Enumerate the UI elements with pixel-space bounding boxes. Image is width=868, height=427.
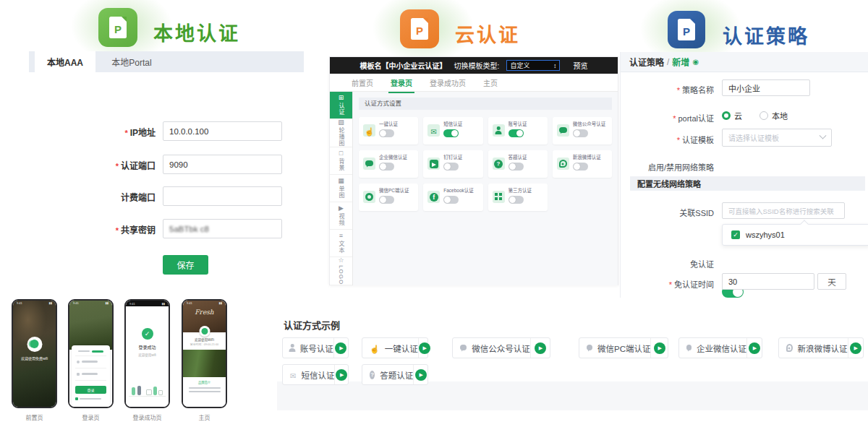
wechat-official-toggle[interactable] bbox=[573, 129, 588, 137]
tab-local-portal[interactable]: 本地Portal bbox=[95, 51, 168, 72]
example-weibo-auth[interactable]: 新浪微博认证 ▶ bbox=[778, 337, 864, 358]
template-type-select[interactable]: 自定义 ↕ bbox=[506, 60, 560, 71]
play-icon[interactable]: ▶ bbox=[535, 342, 546, 354]
play-icon[interactable]: ▶ bbox=[335, 342, 346, 354]
dingtalk-toggle[interactable] bbox=[443, 163, 459, 171]
sidebar-item-auth[interactable]: ⊞ 认证 bbox=[330, 92, 352, 119]
sidebar-item-logo[interactable]: ☆ LOGO bbox=[330, 257, 352, 285]
sidebar-item-video[interactable]: ▶ 视频 bbox=[330, 202, 352, 230]
phone-home-page: 9:41▮▮ Fresh 欢迎使用WiFi 营业时间：09:00-21:00 品… bbox=[182, 299, 227, 408]
cloud-auth-icon: P bbox=[400, 9, 439, 48]
template-topbar: 模板名【中小企业云认证】 切换模板类型: 自定义 ↕ 预览 bbox=[330, 57, 618, 74]
example-wechat-pc-auth[interactable]: 微信PC端认证 ▶ bbox=[579, 337, 668, 358]
phone-caption: 登录页 bbox=[68, 413, 114, 421]
example-account-auth[interactable]: 账号认证 ▶ bbox=[282, 337, 349, 358]
portal-radio-cloud[interactable]: 云 bbox=[722, 110, 742, 121]
local-tabbar: 本地AAA 本地Portal bbox=[29, 51, 304, 72]
required-star: * bbox=[116, 162, 119, 171]
brand-logo-icon bbox=[201, 328, 208, 335]
weibo-toggle[interactable] bbox=[573, 163, 588, 171]
tab-login-page[interactable]: 登录页 bbox=[391, 77, 412, 88]
password-field[interactable] bbox=[75, 368, 106, 381]
login-tabs[interactable] bbox=[75, 349, 106, 356]
template-name: 模板名【中小企业云认证】 bbox=[360, 60, 447, 71]
wecom-toggle[interactable] bbox=[379, 163, 394, 171]
auth-template-label: 认证模板 bbox=[682, 136, 714, 145]
ssid-option[interactable]: wszyhys01 bbox=[746, 230, 785, 239]
play-icon[interactable]: ▶ bbox=[419, 342, 430, 354]
wechat-icon bbox=[460, 345, 467, 352]
checkbox-icon bbox=[75, 397, 78, 400]
breadcrumb-root[interactable]: 认证策略 bbox=[629, 56, 664, 68]
wechat-pc-toggle[interactable] bbox=[379, 196, 394, 204]
logo-circle bbox=[199, 326, 210, 337]
preview-button[interactable]: 预览 bbox=[573, 60, 587, 71]
sidebar-item-carousel[interactable]: ▧ 轮播图 bbox=[330, 119, 352, 147]
user-icon bbox=[493, 124, 505, 137]
free-time-unit[interactable]: 天 bbox=[817, 273, 846, 290]
auth-port-input[interactable]: 9090 bbox=[163, 155, 282, 174]
updown-arrow-icon: ↕ bbox=[553, 62, 557, 69]
agreement-row[interactable] bbox=[75, 397, 106, 400]
local-auth-icon: P bbox=[98, 8, 137, 47]
acct-port-input[interactable] bbox=[163, 186, 282, 206]
phone-success-page: 9:41▮▮ ✓ 登录成功 欢迎使用wifi bbox=[124, 299, 170, 408]
welcome-text: 欢迎使用免费wifi bbox=[13, 355, 56, 361]
method-card-wechat-official: 微信公众号认证 bbox=[553, 117, 612, 145]
wechat-icon bbox=[557, 124, 569, 137]
example-wecom-auth[interactable]: 企业微信认证 ▶ bbox=[678, 337, 762, 358]
ssid-input[interactable]: 可直接输入SSID名称进行搜索关联 bbox=[722, 202, 845, 219]
dingtalk-icon bbox=[427, 158, 440, 170]
tab-home-page[interactable]: 主页 bbox=[483, 77, 498, 88]
ip-value: 10.0.0.100 bbox=[169, 127, 208, 136]
tab-pre-page[interactable]: 前置页 bbox=[352, 77, 373, 88]
free-time-input[interactable]: 30 bbox=[722, 273, 814, 290]
secret-input[interactable]: 5aBTbk c8 bbox=[163, 219, 282, 238]
login-button[interactable]: 登录 bbox=[75, 386, 106, 394]
ssid-dropdown-panel: ✓ wszyhys01 bbox=[722, 224, 868, 246]
method-card-wecom: 企业微信认证 bbox=[359, 150, 418, 178]
policy-icon: P bbox=[668, 11, 705, 48]
ip-input[interactable]: 10.0.0.100 bbox=[163, 121, 282, 141]
sidebar-item-background[interactable]: □ 背景 bbox=[330, 147, 352, 175]
sidebar-item-single-image[interactable]: ▦ 单图 bbox=[330, 175, 352, 202]
checkbox-checked-icon[interactable]: ✓ bbox=[731, 230, 740, 239]
tab-success-page[interactable]: 登录成功页 bbox=[430, 77, 466, 88]
account-toggle[interactable] bbox=[509, 129, 524, 137]
play-icon[interactable]: ▶ bbox=[654, 342, 665, 354]
example-sms-auth[interactable]: 短信认证 ▶ bbox=[282, 364, 349, 385]
people-illustration bbox=[129, 371, 166, 398]
play-icon[interactable]: ▶ bbox=[336, 369, 347, 381]
policy-name-input[interactable]: 中小企业 bbox=[722, 79, 810, 96]
example-wechat-official-auth[interactable]: 微信公众号认证 ▶ bbox=[452, 337, 550, 358]
carousel-icon: ▧ bbox=[338, 119, 344, 126]
sidebar-item-text[interactable]: ≡ 文本 bbox=[330, 230, 352, 257]
acct-port-label-row: 计费端口 bbox=[121, 191, 156, 204]
weibo-icon bbox=[786, 344, 793, 352]
example-quiz-auth[interactable]: ? 答题认证 ▶ bbox=[362, 364, 428, 385]
play-icon[interactable]: ▶ bbox=[415, 369, 427, 381]
save-button[interactable]: 保存 bbox=[163, 255, 208, 275]
username-field[interactable] bbox=[75, 356, 106, 368]
quiz-toggle[interactable] bbox=[509, 163, 524, 171]
wireless-section-title: 配置无线网络策略 bbox=[630, 176, 865, 191]
ssid-label: 关联SSID bbox=[679, 209, 714, 217]
example-one-click-auth[interactable]: 一键认证 ▶ bbox=[362, 337, 428, 358]
third-party-toggle[interactable] bbox=[509, 196, 524, 204]
play-icon[interactable]: ▶ bbox=[850, 342, 861, 354]
phone-pre-page: 9:41▮▮ 欢迎使用免费wifi bbox=[12, 299, 57, 408]
tab-local-aaa[interactable]: 本地AAA bbox=[35, 51, 95, 72]
doc-letter: P bbox=[683, 26, 690, 37]
one-click-toggle[interactable] bbox=[379, 129, 394, 137]
sms-toggle[interactable] bbox=[443, 129, 459, 137]
policy-name-label: 策略名称 bbox=[682, 86, 714, 95]
facebook-toggle[interactable] bbox=[443, 196, 459, 204]
policy-name-value: 中小企业 bbox=[728, 82, 760, 94]
auth-template-select[interactable]: 请选择认证模板 bbox=[722, 129, 832, 147]
active-tab-placeholder bbox=[92, 350, 103, 353]
portal-radio-local[interactable]: 本地 bbox=[760, 110, 788, 121]
template-sidebar: ⊞ 认证 ▧ 轮播图 □ 背景 ▦ 单图 ▶ 视频 ≡ 文本 bbox=[330, 92, 353, 285]
ip-label: IP地址 bbox=[130, 128, 156, 138]
weibo-icon bbox=[557, 158, 569, 170]
play-icon[interactable]: ▶ bbox=[749, 342, 760, 354]
